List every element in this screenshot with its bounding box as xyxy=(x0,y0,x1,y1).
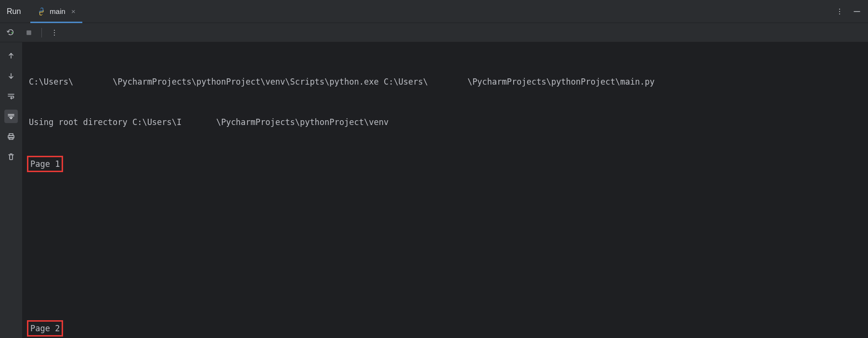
svg-rect-7 xyxy=(26,30,31,35)
svg-point-0 xyxy=(40,8,41,9)
tab-bar-right-controls xyxy=(835,7,865,16)
highlight-annotation: Page 2 xyxy=(27,320,63,337)
svg-point-3 xyxy=(839,11,840,12)
svg-point-9 xyxy=(54,32,55,33)
svg-point-10 xyxy=(54,34,55,35)
close-icon[interactable]: × xyxy=(71,7,76,15)
svg-point-2 xyxy=(839,8,840,9)
minimize-icon[interactable] xyxy=(853,7,861,16)
tab-main[interactable]: main × xyxy=(30,0,82,23)
run-toolbar xyxy=(0,23,868,42)
more-vertical-icon[interactable] xyxy=(835,7,844,16)
up-stacktrace-icon[interactable] xyxy=(4,49,18,63)
console-line: C:\Users\ \PycharmProjects\pythonProject… xyxy=(29,75,861,88)
print-icon[interactable] xyxy=(4,130,18,143)
console-line: Using root directory C:\Users\I \Pycharm… xyxy=(29,115,861,129)
more-vertical-icon[interactable] xyxy=(49,27,60,38)
run-tool-window-body: C:\Users\ \PycharmProjects\pythonProject… xyxy=(0,42,868,338)
tab-label: main xyxy=(50,7,65,15)
soft-wrap-icon[interactable] xyxy=(4,89,18,103)
run-tool-window-label[interactable]: Run xyxy=(7,7,21,16)
highlight-annotation: Page 1 xyxy=(27,156,63,172)
svg-point-4 xyxy=(839,13,840,14)
console-side-toolbar xyxy=(0,42,22,338)
stop-button[interactable] xyxy=(23,27,35,38)
rerun-button[interactable] xyxy=(5,27,16,38)
console-blank-line xyxy=(29,239,861,253)
svg-point-1 xyxy=(42,13,42,14)
console-blank-line xyxy=(29,199,861,213)
console-line: Page 1 xyxy=(29,156,861,172)
console-output[interactable]: C:\Users\ \PycharmProjects\pythonProject… xyxy=(22,42,868,338)
tab-active-indicator xyxy=(30,22,82,23)
toolbar-divider xyxy=(41,28,42,38)
run-tool-window-tab-bar: Run main × xyxy=(0,0,868,23)
console-line: Page 2 xyxy=(29,320,861,337)
down-stacktrace-icon[interactable] xyxy=(4,69,18,83)
python-file-icon xyxy=(37,7,46,16)
svg-point-8 xyxy=(54,29,55,30)
console-blank-line xyxy=(29,280,861,293)
svg-rect-20 xyxy=(9,138,13,139)
clear-all-icon[interactable] xyxy=(4,150,18,163)
scroll-to-end-icon[interactable] xyxy=(4,110,18,123)
